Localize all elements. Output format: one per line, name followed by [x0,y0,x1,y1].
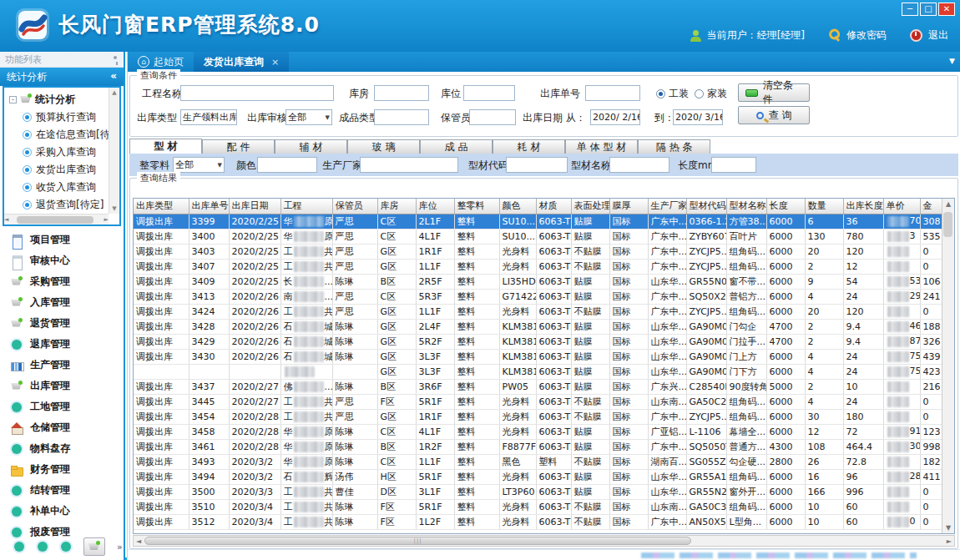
scroll-down-icon[interactable]: ▼ [112,205,116,212]
length-input[interactable] [711,157,756,173]
material-tab[interactable]: 成 品 [420,139,493,154]
table-row[interactable]: 调拨出库 3403 2020/2/25 工共工程 严思 G区 1R1F 整料 光… [134,244,949,259]
sidebar-menu-item[interactable]: 退库管理 [0,334,124,355]
keeper-input[interactable] [469,109,516,125]
column-header[interactable]: 出库类型 [134,199,189,214]
sidebar-menu-item[interactable]: 物料盘存 [0,438,124,459]
minimize-button[interactable]: ─ [902,3,918,16]
material-tab[interactable]: 配 件 [202,139,275,154]
tree-item[interactable]: 预算执行查询 [9,108,119,126]
sidebar-menu-item[interactable]: 出库管理 [0,376,124,396]
table-row[interactable]: 调拨出库 3512 2020/3/4 工共工程 陈琳 F区 1L2F 整料 光身… [134,514,949,529]
column-header[interactable]: 整零料 [454,199,499,214]
column-header[interactable]: 长度 [766,199,805,214]
tree-item[interactable]: 发货出库查询 [9,161,119,179]
location-input[interactable] [463,85,515,101]
out-type-select[interactable]: 生产领料出库 ▼ [180,109,237,125]
tree-root-stats[interactable]: - 统计分析 [9,90,119,108]
table-row[interactable]: 调拨出库 3413 2020/2/26 南... 严思 C区 5R3F 整料 G… [134,289,949,304]
column-header[interactable]: 型材代码 [686,199,726,214]
manufacturer-input[interactable] [360,157,458,173]
radio-gongzhuang[interactable]: 工装 [656,87,689,101]
table-row[interactable]: 调拨出库 3454 2020/2/28 工共工程 严思 G区 1R1F 整料 光… [134,409,949,424]
sidebar-menu-item[interactable]: 财务管理 [0,459,124,480]
table-row[interactable]: 调拨出库 3461 2020/2/28 华原... 陈琳 B区 1R2F 整料 … [134,439,949,454]
table-vertical-scrollbar[interactable]: ▲ ▼ [942,199,954,533]
tree-item[interactable]: 收货入库查询 [9,179,119,196]
sidebar-menu-item[interactable]: 补单中心 [0,501,124,522]
column-header[interactable]: 出库单号 [189,199,229,214]
profile-code-input[interactable] [506,157,568,173]
material-tab[interactable]: 单 体 型 材 [565,139,638,154]
column-header[interactable]: 表面处理 [571,199,609,214]
table-row[interactable]: 调拨出库 3409 2020/2/25 长... 陈琳 B区 2R5F 整料 L… [134,274,949,289]
table-row[interactable]: 调拨出库 3428 2020/2/26 石城 陈琳 G区 2L4F 整料 KLM… [134,319,949,334]
date-from-picker[interactable]: 2020/ 2/16 ▼ [590,109,640,125]
expand-icon[interactable]: » [117,542,123,552]
column-header[interactable]: 膜厚 [609,199,648,214]
column-header[interactable]: 工程 [280,199,332,214]
column-header[interactable]: 生产厂家 [648,199,686,214]
column-header[interactable]: 库房 [377,199,416,214]
column-header[interactable]: 出库长度 [843,199,883,214]
table-horizontal-scrollbar[interactable]: ◄ ||| ► [133,535,955,547]
tree-item[interactable]: 采购入库查询 [9,144,119,161]
section-header-stats[interactable]: 统计分析 « [0,68,124,86]
column-header[interactable]: 数量 [805,199,843,214]
whole-part-select[interactable]: 全部 ▼ [173,157,225,173]
sidebar-menu-item[interactable]: 工地管理 [0,396,124,417]
table-row[interactable]: 调拨出库 3500 2020/3/3 工共工程 曹佳 D区 3L1F 整料 LT… [134,484,949,499]
column-header[interactable]: 单价 [883,199,920,214]
horizontal-scroll-thumb[interactable]: ||| [144,537,691,545]
radio-jiazhuang[interactable]: 家装 [695,87,727,101]
scroll-up-icon[interactable]: ▲ [112,89,116,96]
material-tab[interactable]: 耗 材 [493,139,565,154]
order-no-input[interactable] [585,85,640,101]
clear-conditions-button[interactable]: 清空条件 [738,83,810,102]
logout-link[interactable]: 退出 [928,28,948,43]
table-row[interactable]: 调拨出库 3494 2020/3/2 石辉城 汤伟 H区 5R1F 整料 光身料… [134,469,949,484]
material-tab[interactable]: 辅 材 [275,139,347,154]
warehouse-input[interactable] [374,85,429,101]
tree-item[interactable]: 在途信息查询[待 [9,126,119,144]
column-header[interactable]: 型材名称 [726,199,766,214]
date-to-picker[interactable]: 2020/ 3/16 ▼ [673,109,723,125]
green-dot-icon[interactable] [37,541,48,552]
scroll-left-icon[interactable]: ◄ [4,216,8,223]
sidebar-menu-item[interactable]: 审核中心 [0,250,124,271]
tree-vertical-scrollbar[interactable]: ▲ ▼ [109,88,119,214]
color-input[interactable] [257,157,317,173]
table-row[interactable]: 调拨出库 3400 2020/2/25 华原... 严思 C区 4L1F 整料 … [134,229,949,244]
tree-expander-icon[interactable]: - [9,96,17,103]
sidebar-menu-item[interactable]: 仓储管理 [0,417,124,438]
green-dot-icon[interactable] [60,541,72,552]
product-type-input[interactable] [374,109,429,125]
sidebar-menu-item[interactable]: 项目管理 [0,230,124,250]
scroll-down-icon[interactable]: ▼ [946,524,951,532]
cart-toolbar-button[interactable] [83,537,105,556]
profile-name-input[interactable] [609,157,669,173]
table-row[interactable]: 调拨出库 3429 2020/2/26 石城 陈琳 G区 5R2F 整料 KLM… [134,334,949,349]
scroll-right-icon[interactable]: ► [104,216,109,223]
scroll-right-icon[interactable]: ► [947,537,954,545]
table-row[interactable]: G区 3L3F 整料 KLM3817 6063-T5 贴膜 国标 山东华... … [134,364,949,379]
table-row[interactable]: 调拨出库 3510 2020/3/4 工共工程 陈琳 F区 5R1F 整料 光身… [134,499,949,514]
table-row[interactable]: 调拨出库 3407 2020/2/25 工共工程 严思 G区 1L1F 整料 光… [134,259,949,274]
sidebar-menu-item[interactable]: 结转管理 [0,480,124,501]
maximize-button[interactable]: □ [920,3,937,16]
material-tab[interactable]: 型 材 [129,139,202,154]
table-row[interactable]: 调拨出库 3399 2020/2/25 华原... 严思 C区 2L1F 整料 … [134,214,949,229]
sidebar-menu-item[interactable]: 采购管理 [0,271,124,292]
tree-item[interactable]: 退货查询[待定] [9,196,119,214]
material-tab[interactable]: 玻 璃 [347,139,420,154]
search-button[interactable]: 查 询 [738,106,810,124]
project-name-input[interactable] [180,85,334,101]
close-button[interactable]: ✕ [938,3,955,16]
column-header[interactable]: 库位 [416,199,454,214]
tree-horizontal-scrollbar[interactable]: ◄ ► [4,214,109,225]
collapse-icon[interactable]: « [110,70,117,82]
sidebar-menu-item[interactable]: 生产管理 [0,355,124,376]
pin-icon[interactable] [114,56,117,59]
table-row[interactable]: 调拨出库 3437 2020/2/27 佛... 陈琳 B区 3R6F 整料 P… [134,379,949,394]
table-row[interactable]: 调拨出库 3493 2020/3/2 华原... 陈琳 C区 1L1F 整料 黑… [134,454,949,469]
